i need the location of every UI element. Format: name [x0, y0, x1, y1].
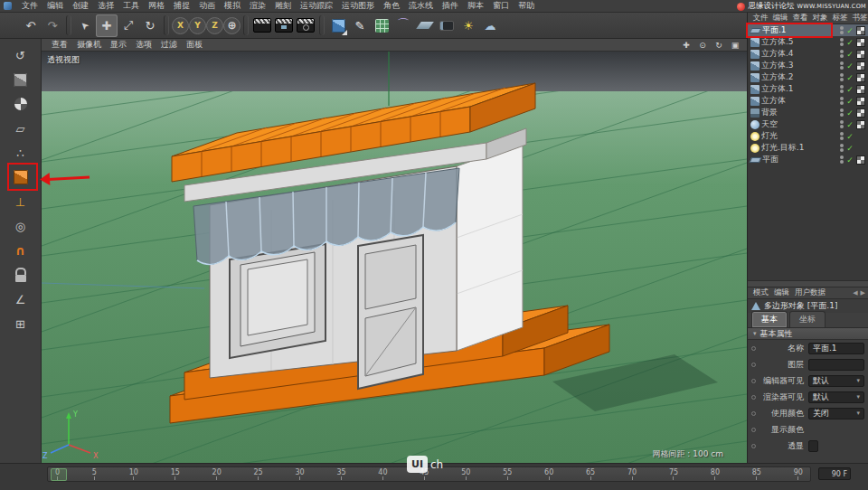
toolbar-separator[interactable] — [243, 15, 249, 35]
points-mode-tool[interactable]: ∴ — [8, 141, 33, 165]
enabled-check-icon[interactable] — [845, 73, 854, 82]
attribute-control[interactable] — [808, 359, 864, 371]
coordinate-system-button[interactable]: ⊕ — [223, 17, 241, 34]
visibility-dots[interactable] — [840, 50, 844, 58]
texture-tag-icon[interactable] — [856, 73, 865, 82]
add-floor-button[interactable] — [414, 14, 436, 37]
menu-item[interactable]: 文件 — [17, 0, 42, 12]
keyframe-dot[interactable] — [751, 428, 756, 432]
menu-item[interactable]: 捕捉 — [169, 0, 194, 12]
object-row[interactable]: 平面 — [748, 154, 868, 165]
texture-tag-icon[interactable] — [856, 85, 865, 94]
viewport-rotate-icon[interactable]: ↻ — [712, 40, 725, 51]
menu-item[interactable]: 帮助 — [514, 0, 539, 12]
viewport-toggle-icon[interactable]: ▣ — [729, 40, 741, 51]
make-editable-tool[interactable]: ↺ — [8, 43, 33, 67]
texture-tag-icon[interactable] — [856, 38, 865, 47]
texture-tag-icon[interactable] — [856, 97, 865, 106]
object-row[interactable]: 立方体.2 — [748, 71, 868, 83]
toolbar-separator[interactable] — [319, 15, 325, 35]
attribute-menu-item[interactable]: 模式 — [750, 287, 771, 298]
attribute-tab[interactable]: 坐标 — [789, 311, 826, 327]
viewport-menu-item[interactable]: 选项 — [131, 39, 156, 51]
enabled-check-icon[interactable] — [845, 38, 854, 47]
attribute-control[interactable] — [808, 440, 818, 452]
visibility-dots[interactable] — [840, 38, 844, 46]
section-header[interactable]: 基本属性 — [748, 328, 868, 340]
texture-tag-icon[interactable] — [856, 26, 865, 35]
grid-tool[interactable]: ⊞ — [8, 312, 33, 335]
object-row[interactable]: 灯光 — [748, 130, 868, 142]
visibility-dots[interactable] — [840, 73, 844, 81]
texture-tag-icon[interactable] — [856, 155, 865, 165]
add-primitive-cube-button[interactable] — [327, 14, 349, 37]
menu-item[interactable]: 雕刻 — [270, 0, 296, 12]
history-back-icon[interactable]: ◀ — [853, 289, 857, 297]
viewport-menu-item[interactable]: 摄像机 — [72, 39, 106, 51]
visibility-dots[interactable] — [840, 97, 844, 105]
visibility-dots[interactable] — [840, 108, 844, 117]
workplane-mode-tool[interactable]: ▱ — [8, 117, 33, 140]
visibility-dots[interactable] — [840, 132, 844, 140]
menu-item[interactable]: 流水线 — [404, 0, 438, 12]
render-settings-button[interactable] — [295, 14, 316, 37]
enabled-check-icon[interactable] — [845, 26, 854, 35]
keyframe-dot[interactable] — [751, 444, 756, 448]
texture-mode-tool[interactable] — [8, 92, 33, 116]
enabled-check-icon[interactable] — [845, 132, 854, 141]
move-tool[interactable]: ✚ — [96, 14, 118, 37]
object-manager-menu-item[interactable]: 标签 — [830, 13, 850, 24]
render-view-button[interactable] — [251, 14, 273, 37]
menu-item[interactable]: 插件 — [438, 0, 463, 12]
viewport-zoom-icon[interactable]: ⊙ — [696, 40, 709, 51]
visibility-dots[interactable] — [840, 120, 844, 128]
enabled-check-icon[interactable] — [845, 85, 854, 94]
enabled-check-icon[interactable] — [845, 61, 854, 71]
texture-tag-icon[interactable] — [856, 120, 865, 129]
menu-item[interactable]: 动画 — [194, 0, 220, 12]
menu-item[interactable]: 网格 — [144, 0, 169, 12]
texture-tag-icon[interactable] — [856, 108, 865, 118]
enable-axis-tool[interactable]: ⊥ — [8, 190, 33, 213]
model-mode-tool[interactable] — [8, 68, 33, 91]
viewport-canvas[interactable]: Y X Z 透视视图 网格间距 : 100 cm — [42, 52, 747, 463]
visibility-dots[interactable] — [840, 26, 844, 34]
visibility-dots[interactable] — [840, 144, 844, 152]
history-forward-icon[interactable]: ▶ — [861, 289, 865, 297]
object-row[interactable]: 灯光.目标.1 — [748, 142, 868, 154]
attribute-menu-item[interactable]: 用户数据 — [792, 287, 828, 298]
add-subdivision-surface-button[interactable] — [371, 14, 392, 37]
object-row[interactable]: 立方体 — [748, 95, 868, 107]
redo-button[interactable]: ↷ — [42, 14, 63, 37]
object-row[interactable]: 立方体.4 — [748, 48, 868, 60]
snap-tool[interactable]: ∩ — [8, 239, 33, 262]
menu-item[interactable]: 脚本 — [463, 0, 488, 12]
object-row[interactable]: 背景 — [748, 107, 868, 118]
enabled-check-icon[interactable] — [845, 50, 854, 59]
keyframe-dot[interactable] — [751, 395, 756, 400]
keyframe-dot[interactable] — [751, 411, 756, 416]
object-row[interactable]: 立方体.3 — [748, 60, 868, 71]
menu-item[interactable]: 工具 — [118, 0, 144, 12]
object-row[interactable]: 天空 — [748, 118, 868, 130]
lock-z-axis-button[interactable]: Z — [206, 17, 223, 34]
menu-item[interactable]: 运动跟踪 — [296, 0, 337, 12]
attribute-menu-item[interactable]: 编辑 — [771, 287, 792, 298]
enabled-check-icon[interactable] — [845, 144, 854, 153]
texture-tag-icon[interactable] — [856, 61, 865, 71]
menu-item[interactable]: 窗口 — [488, 0, 514, 12]
viewport-menu-item[interactable]: 查看 — [47, 39, 72, 51]
panel-splitter[interactable] — [748, 280, 868, 287]
texture-tag-icon[interactable] — [856, 50, 865, 59]
live-selection-tool[interactable]: ➤ — [74, 14, 96, 37]
viewport-solo-tool[interactable]: ◎ — [8, 214, 33, 238]
keyframe-dot[interactable] — [751, 363, 756, 367]
attribute-control[interactable]: 默认 — [808, 391, 864, 403]
menu-item[interactable]: 模拟 — [220, 0, 245, 12]
menu-item[interactable]: 运动图形 — [337, 0, 379, 12]
toolbar-separator[interactable] — [66, 15, 71, 35]
keyframe-dot[interactable] — [751, 379, 756, 383]
object-row[interactable]: 立方体.1 — [748, 83, 868, 95]
menu-item[interactable]: 编辑 — [42, 0, 68, 12]
viewport-menu-item[interactable]: 过滤 — [156, 39, 182, 51]
